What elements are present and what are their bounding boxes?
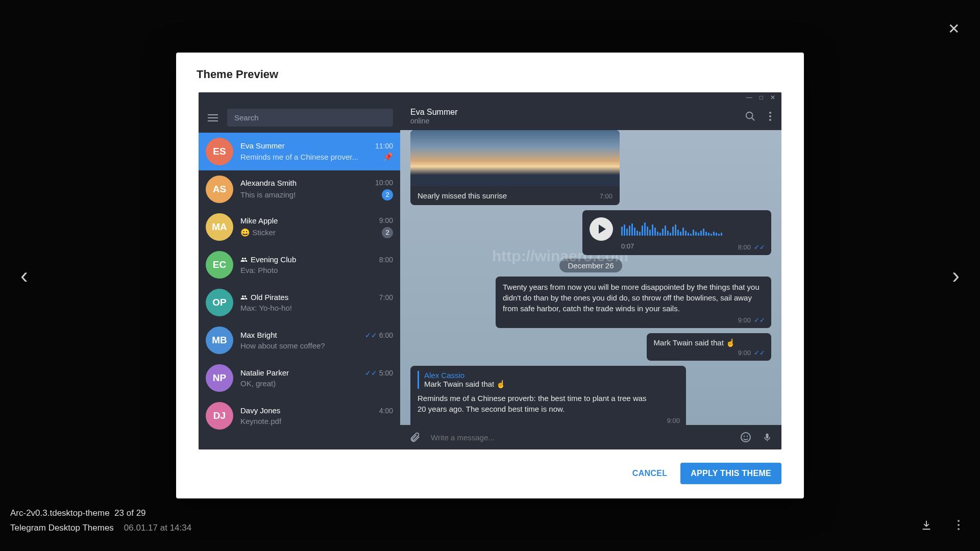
waveform [621,222,722,236]
chat-name: Old Pirates [240,293,288,302]
avatar: DJ [206,402,233,430]
emoji-icon[interactable] [740,431,752,443]
lightbox-actions [921,519,960,531]
avatar: MB [206,327,233,354]
minimize-icon[interactable]: — [746,94,752,101]
unread-badge: 2 [382,227,393,238]
chat-preview: This is amazing! [240,190,296,199]
sunrise-image [410,130,620,186]
play-icon[interactable] [590,217,613,241]
avatar: ES [206,138,233,165]
unread-badge: 2 [382,189,393,201]
chat-name: Natalie Parker [240,368,289,377]
chat-time: 9:00 [379,216,393,224]
chat-name: Max Bright [240,331,277,339]
chat-preview: How about some coffee? [240,341,325,350]
chat-list-item[interactable]: NP Natalie Parker✓✓ 5:00 OK, great) [199,359,400,397]
mic-icon[interactable] [762,431,772,443]
lightbox-date: 06.01.17 at 14:34 [124,523,191,533]
reply-quoted-text: Mark Twain said that ☝️ [424,380,679,389]
chat-time: ✓✓ 5:00 [365,369,393,377]
incoming-reply-message[interactable]: Alex Cassio Mark Twain said that ☝️ Remi… [410,366,686,425]
chat-preview: 😀 Sticker [240,228,276,237]
cancel-button[interactable]: CANCEL [632,469,667,478]
read-checks-icon: ✓✓ [754,243,765,251]
messages-area: http://winaero.com Nearly missed this su… [400,130,781,425]
chat-name: Alexandra Smith [240,179,297,187]
pin-icon: 📌 [383,152,393,162]
message-text: Mark Twain said that ☝️ [654,338,736,347]
image-caption-text: Nearly missed this sunrise [418,191,507,200]
close-icon[interactable]: ✕ [948,20,960,37]
svg-point-2 [741,433,750,442]
read-checks-icon: ✓✓ [754,349,765,357]
message-text: Twenty years from now you will be more d… [503,282,764,314]
reply-author: Alex Cassio [424,371,679,380]
chat-preview: OK, great) [240,379,276,388]
chat-time: 8:00 [379,256,393,264]
chat-more-icon[interactable] [769,112,771,121]
avatar: MA [206,213,233,241]
sidebar: Search ES Eva Summer11:00 Reminds me of … [199,103,400,449]
modal-title: Theme Preview [176,68,804,92]
search-input[interactable]: Search [227,109,393,127]
chat-time: ✓✓ 6:00 [365,331,393,339]
chat-list-item[interactable]: ES Eva Summer11:00 Reminds me of a Chine… [199,133,400,170]
svg-point-4 [747,436,748,437]
chat-preview: Max: Yo-ho-ho! [240,304,292,312]
voice-time: 8:00 [738,243,751,251]
svg-point-3 [744,436,745,437]
outgoing-message[interactable]: Twenty years from now you will be more d… [496,277,771,328]
read-checks-icon: ✓✓ [365,331,377,339]
chat-title: Eva Summer [410,108,457,117]
menu-icon[interactable] [206,112,220,123]
read-checks-icon: ✓✓ [365,369,377,377]
message-text: Reminds me of a Chinese proverb: the bes… [418,393,679,414]
lightbox-caption: Arc-2v0.3.tdesktop-theme 23 of 29 Telegr… [10,506,191,536]
date-separator: December 26 [410,261,771,270]
download-icon[interactable] [921,519,932,531]
chat-list-item[interactable]: EC Evening Club8:00 Eva: Photo [199,246,400,284]
chat-name: Mike Apple [240,216,278,225]
search-icon[interactable] [745,111,756,122]
lightbox-counter: 23 of 29 [114,508,145,518]
chat-time: 11:00 [375,142,393,150]
chat-preview: Reminds me of a Chinese prover... [240,153,358,161]
chat-time: 4:00 [379,407,393,415]
svg-point-0 [746,112,753,119]
chat-list-item[interactable]: OP Old Pirates7:00 Max: Yo-ho-ho! [199,284,400,321]
image-time: 7:00 [600,192,612,200]
voice-message[interactable]: 0:07 8:00✓✓ [582,210,771,255]
read-checks-icon: ✓✓ [754,316,765,324]
voice-duration: 0:07 [621,242,634,250]
next-arrow-icon[interactable]: › [942,253,970,298]
chat-list-item[interactable]: MA Mike Apple9:00 😀 Sticker2 [199,208,400,246]
avatar: AS [206,176,233,203]
chat-list-item[interactable]: DJ Davy Jones4:00 Keynote.pdf [199,397,400,435]
chat-list: ES Eva Summer11:00 Reminds me of a Chine… [199,133,400,449]
attach-icon[interactable] [409,432,421,443]
chat-panel: Eva Summer online http://winaero.com [400,103,781,449]
chat-time: 10:00 [375,179,393,187]
message-input[interactable] [431,433,729,442]
more-icon[interactable] [958,520,960,530]
avatar: OP [206,289,233,316]
outgoing-message[interactable]: Mark Twain said that ☝️ 9:00✓✓ [647,333,771,361]
theme-preview-modal: Theme Preview — □ ✕ Search ES Eva Summer… [176,53,804,498]
window-titlebar: — □ ✕ [199,92,781,103]
chat-list-item[interactable]: AS Alexandra Smith10:00 This is amazing!… [199,170,400,208]
image-message[interactable]: Nearly missed this sunrise 7:00 [410,130,620,205]
maximize-icon[interactable]: □ [760,94,763,101]
lightbox-overlay: ✕ ‹ › Arc-2v0.3.tdesktop-theme 23 of 29 … [0,0,980,551]
apply-theme-button[interactable]: APPLY THIS THEME [680,463,781,484]
chat-list-item[interactable]: MB Max Bright✓✓ 6:00 How about some coff… [199,321,400,359]
chat-name: Eva Summer [240,141,285,150]
chat-name: Evening Club [240,255,296,264]
chat-status: online [410,117,457,125]
chat-name: Davy Jones [240,406,280,415]
preview-frame: — □ ✕ Search ES Eva Summer11:00 Reminds … [199,92,781,449]
close-window-icon[interactable]: ✕ [770,94,775,101]
avatar: NP [206,364,233,392]
svg-line-1 [752,118,755,121]
prev-arrow-icon[interactable]: ‹ [10,253,38,298]
